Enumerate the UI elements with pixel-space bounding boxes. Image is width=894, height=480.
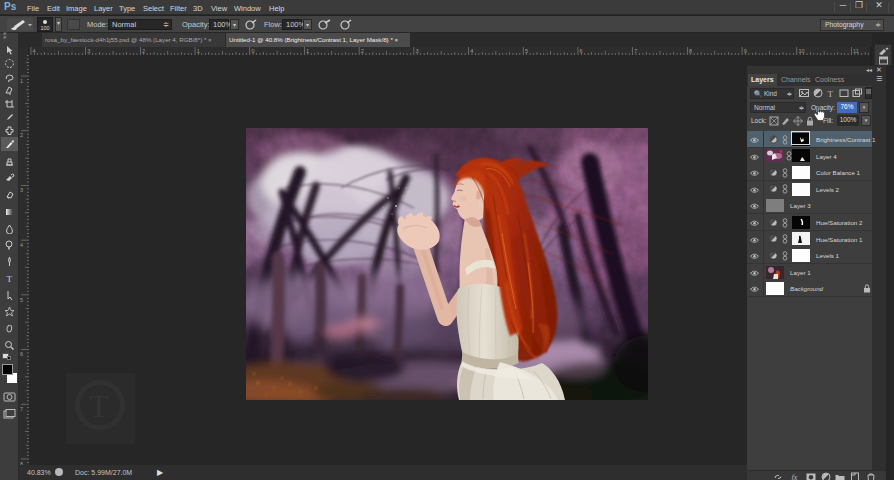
svg-text:0: 0 [251, 48, 254, 54]
svg-text:4: 4 [470, 48, 473, 54]
svg-text:9: 9 [744, 48, 747, 54]
svg-text:7: 7 [634, 48, 637, 54]
svg-text:8: 8 [689, 48, 692, 54]
svg-text:4: 4 [20, 242, 23, 248]
svg-text:2: 2 [361, 48, 364, 54]
svg-text:3: 3 [416, 48, 419, 54]
svg-text:6: 6 [580, 48, 583, 54]
svg-text:4: 4 [33, 48, 36, 54]
svg-text:3: 3 [87, 48, 90, 54]
svg-text:10: 10 [798, 48, 804, 54]
svg-text:1: 1 [197, 48, 200, 54]
svg-text:fx: fx [792, 473, 798, 480]
svg-text:T: T [6, 274, 12, 284]
svg-text:1: 1 [20, 78, 23, 84]
svg-text:2: 2 [20, 132, 23, 138]
svg-text:5: 5 [525, 48, 528, 54]
svg-text:3: 3 [20, 187, 23, 193]
svg-text:6: 6 [20, 351, 23, 357]
svg-text:11: 11 [853, 48, 859, 54]
svg-text:T: T [828, 89, 834, 99]
svg-text:1: 1 [306, 48, 309, 54]
svg-text:5: 5 [20, 297, 23, 303]
svg-text:2: 2 [142, 48, 145, 54]
svg-text:7: 7 [20, 406, 23, 412]
